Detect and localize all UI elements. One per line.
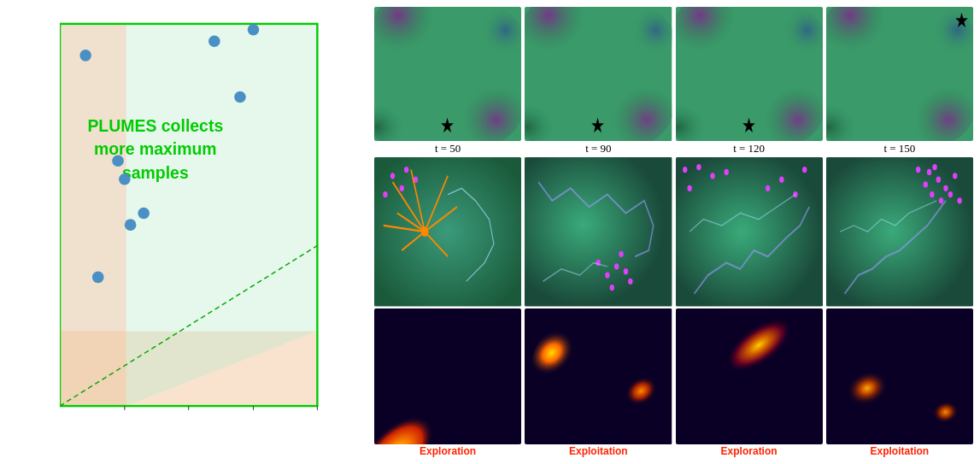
- svg-point-56: [383, 191, 387, 197]
- svg-text:samples: samples: [122, 163, 189, 182]
- bottom-heatmap3: [676, 308, 823, 444]
- scatter-chart: PLUMES collects more maximum samples 0 1…: [60, 17, 359, 413]
- svg-point-70: [614, 264, 619, 270]
- heatmap-t120: ★: [676, 7, 823, 141]
- time-label-t120: t = 120: [733, 142, 765, 156]
- svg-text:★: ★: [590, 114, 606, 137]
- scatter-point: [234, 91, 246, 103]
- svg-point-96: [957, 198, 961, 204]
- svg-text:50: 50: [119, 412, 131, 413]
- scatter-point: [79, 50, 91, 62]
- explore-label-2: Exploration: [721, 445, 778, 457]
- svg-point-79: [710, 173, 714, 179]
- svg-point-93: [943, 185, 948, 191]
- svg-text:★: ★: [440, 114, 455, 137]
- svg-point-74: [628, 279, 632, 285]
- cell-t120: ★ t = 120: [676, 7, 823, 156]
- svg-point-92: [932, 164, 936, 170]
- annotation-text: PLUMES collects: [87, 116, 223, 135]
- svg-text:150: 150: [244, 412, 262, 413]
- svg-point-65: [421, 227, 429, 238]
- svg-point-80: [687, 185, 691, 191]
- svg-point-69: [605, 273, 609, 279]
- scatter-point: [112, 156, 124, 167]
- cell-t150: ★ t = 150: [826, 7, 973, 156]
- svg-rect-67: [525, 157, 672, 306]
- cell-path3: [676, 157, 823, 306]
- time-label-t150: t = 150: [883, 142, 915, 156]
- svg-text:100: 100: [179, 412, 197, 413]
- svg-point-52: [390, 173, 395, 179]
- svg-point-90: [923, 182, 927, 188]
- svg-point-97: [939, 198, 943, 204]
- svg-rect-76: [676, 157, 823, 306]
- heatmap-t50: ★: [374, 7, 521, 141]
- svg-point-94: [953, 173, 957, 179]
- svg-rect-51: [374, 157, 521, 306]
- bottom-heatmap4: [826, 308, 973, 444]
- svg-point-81: [724, 169, 728, 175]
- svg-text:200: 200: [308, 412, 326, 413]
- svg-point-78: [696, 164, 701, 170]
- path-img4: [826, 157, 973, 306]
- path-img1: [374, 157, 521, 306]
- scatter-point: [119, 173, 131, 185]
- svg-point-89: [927, 169, 931, 175]
- scatter-point: [92, 272, 104, 284]
- time-label-t90: t = 90: [585, 142, 611, 156]
- path-img2: [525, 157, 672, 306]
- scatter-point: [208, 36, 220, 48]
- cell-explore1: Exploration: [374, 308, 521, 457]
- svg-text:★: ★: [742, 114, 757, 137]
- row-heatmaps: ★ t = 50: [374, 7, 973, 156]
- bottom-heatmap2: [525, 308, 672, 444]
- cell-t90: ★ t = 90: [525, 7, 672, 156]
- row-paths: [374, 157, 973, 306]
- svg-point-72: [610, 285, 614, 291]
- heatmap-t150: ★: [826, 7, 973, 141]
- svg-text:more  maximum: more maximum: [94, 140, 217, 159]
- time-label-t50: t = 50: [435, 142, 461, 156]
- svg-point-85: [802, 167, 807, 173]
- svg-point-53: [404, 167, 408, 173]
- image-grid-panel: ★ t = 50: [367, 0, 980, 464]
- cell-explore2: Exploration: [676, 308, 823, 457]
- bottom-heatmap1: [374, 308, 521, 444]
- scatter-point: [248, 24, 260, 36]
- cell-path4: [826, 157, 973, 306]
- exploit-label-2: Exploitation: [871, 445, 930, 457]
- svg-point-83: [779, 177, 783, 183]
- svg-point-98: [930, 191, 934, 197]
- cell-exploit1: Exploitation: [525, 308, 672, 457]
- svg-point-82: [765, 185, 769, 191]
- svg-point-71: [624, 268, 628, 274]
- svg-point-55: [400, 185, 404, 191]
- path-img3: [676, 157, 823, 306]
- cell-path1: [374, 157, 521, 306]
- scatter-point: [125, 219, 137, 231]
- svg-point-77: [683, 167, 687, 173]
- exploit-label-1: Exploitation: [569, 445, 628, 457]
- explore-label-1: Exploration: [420, 445, 476, 457]
- scatter-plot-panel: PLUMES collects more maximum samples 0 1…: [0, 0, 367, 464]
- row-bottom-heatmaps: Exploration: [374, 308, 973, 457]
- cell-t50: ★ t = 50: [374, 7, 521, 156]
- svg-text:★: ★: [954, 9, 970, 32]
- cell-path2: [525, 157, 672, 306]
- scatter-point: [138, 208, 150, 220]
- cell-exploit2: Exploitation: [826, 308, 973, 457]
- heatmap-t90: ★: [525, 7, 672, 141]
- svg-point-91: [936, 177, 940, 183]
- svg-point-73: [619, 251, 624, 257]
- svg-rect-87: [826, 157, 973, 306]
- svg-point-88: [916, 167, 920, 173]
- svg-point-95: [948, 191, 952, 197]
